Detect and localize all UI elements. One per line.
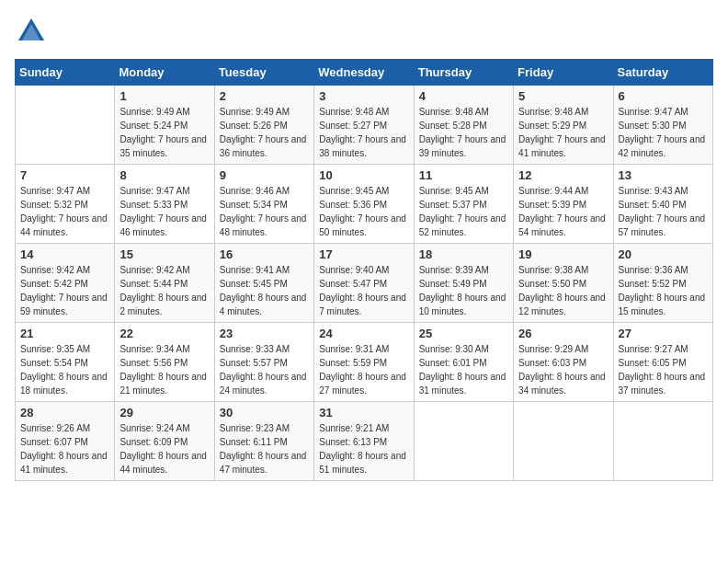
day-cell [613,402,712,481]
day-info: Sunrise: 9:34 AMSunset: 5:56 PMDaylight:… [119,342,209,397]
day-info: Sunrise: 9:45 AMSunset: 5:37 PMDaylight:… [419,184,508,239]
day-number: 28 [20,406,109,419]
day-info: Sunrise: 9:30 AMSunset: 6:01 PMDaylight:… [419,342,508,397]
day-cell: 6Sunrise: 9:47 AMSunset: 5:30 PMDaylight… [613,86,712,165]
page-header [15,15,713,48]
week-row-1: 1Sunrise: 9:49 AMSunset: 5:24 PMDaylight… [16,86,713,165]
day-info: Sunrise: 9:49 AMSunset: 5:24 PMDaylight:… [119,105,209,160]
day-cell: 21Sunrise: 9:35 AMSunset: 5:54 PMDayligh… [16,323,115,402]
day-cell: 15Sunrise: 9:42 AMSunset: 5:44 PMDayligh… [115,244,214,323]
day-info: Sunrise: 9:45 AMSunset: 5:36 PMDaylight:… [319,184,408,239]
day-cell: 11Sunrise: 9:45 AMSunset: 5:37 PMDayligh… [414,165,513,244]
day-info: Sunrise: 9:24 AMSunset: 6:09 PMDaylight:… [119,421,209,477]
week-row-5: 28Sunrise: 9:26 AMSunset: 6:07 PMDayligh… [16,402,713,481]
day-cell: 28Sunrise: 9:26 AMSunset: 6:07 PMDayligh… [16,402,115,481]
day-info: Sunrise: 9:49 AMSunset: 5:26 PMDaylight:… [220,105,309,160]
day-number: 2 [220,89,309,103]
week-row-4: 21Sunrise: 9:35 AMSunset: 5:54 PMDayligh… [16,323,713,402]
day-info: Sunrise: 9:48 AMSunset: 5:29 PMDaylight:… [518,105,608,160]
day-info: Sunrise: 9:27 AMSunset: 6:05 PMDaylight:… [619,342,708,397]
day-cell: 7Sunrise: 9:47 AMSunset: 5:32 PMDaylight… [16,165,115,244]
day-number: 25 [419,327,508,340]
day-number: 22 [119,327,209,340]
day-number: 29 [119,406,209,419]
column-header-sunday: Sunday [16,60,115,86]
day-cell: 26Sunrise: 9:29 AMSunset: 6:03 PMDayligh… [514,323,613,402]
day-number: 16 [220,247,309,261]
day-number: 6 [619,89,708,103]
day-number: 18 [419,247,508,261]
day-info: Sunrise: 9:44 AMSunset: 5:39 PMDaylight:… [518,184,608,239]
day-number: 4 [419,89,508,103]
day-number: 24 [319,327,408,340]
day-number: 15 [119,247,209,261]
day-info: Sunrise: 9:42 AMSunset: 5:42 PMDaylight:… [20,263,109,318]
day-cell: 23Sunrise: 9:33 AMSunset: 5:57 PMDayligh… [214,323,313,402]
day-number: 3 [319,89,408,103]
day-number: 20 [619,247,708,261]
day-cell: 4Sunrise: 9:48 AMSunset: 5:28 PMDaylight… [414,86,513,165]
day-info: Sunrise: 9:47 AMSunset: 5:32 PMDaylight:… [20,184,109,239]
day-cell: 8Sunrise: 9:47 AMSunset: 5:33 PMDaylight… [115,165,214,244]
day-cell: 18Sunrise: 9:39 AMSunset: 5:49 PMDayligh… [414,244,513,323]
day-number: 27 [619,327,708,340]
day-number: 30 [220,406,309,419]
day-number: 26 [518,327,608,340]
logo [15,15,53,48]
day-cell: 20Sunrise: 9:36 AMSunset: 5:52 PMDayligh… [613,244,712,323]
day-info: Sunrise: 9:43 AMSunset: 5:40 PMDaylight:… [619,184,708,239]
day-info: Sunrise: 9:41 AMSunset: 5:45 PMDaylight:… [220,263,309,318]
day-cell [514,402,613,481]
day-info: Sunrise: 9:29 AMSunset: 6:03 PMDaylight:… [518,342,608,397]
day-number: 21 [20,327,109,340]
day-info: Sunrise: 9:48 AMSunset: 5:27 PMDaylight:… [319,105,408,160]
day-cell: 22Sunrise: 9:34 AMSunset: 5:56 PMDayligh… [115,323,214,402]
day-cell: 19Sunrise: 9:38 AMSunset: 5:50 PMDayligh… [514,244,613,323]
day-cell: 30Sunrise: 9:23 AMSunset: 6:11 PMDayligh… [214,402,313,481]
day-number: 11 [419,168,508,182]
day-cell: 29Sunrise: 9:24 AMSunset: 6:09 PMDayligh… [115,402,214,481]
column-header-tuesday: Tuesday [214,60,313,86]
logo-icon [15,15,48,48]
day-number: 13 [619,168,708,182]
day-number: 1 [119,89,209,103]
day-info: Sunrise: 9:47 AMSunset: 5:33 PMDaylight:… [119,184,209,239]
column-header-friday: Friday [514,60,613,86]
column-header-wednesday: Wednesday [314,60,414,86]
day-info: Sunrise: 9:36 AMSunset: 5:52 PMDaylight:… [619,263,708,318]
day-info: Sunrise: 9:33 AMSunset: 5:57 PMDaylight:… [220,342,309,397]
day-cell: 14Sunrise: 9:42 AMSunset: 5:42 PMDayligh… [16,244,115,323]
day-info: Sunrise: 9:21 AMSunset: 6:13 PMDaylight:… [319,421,408,477]
day-number: 23 [220,327,309,340]
day-cell: 10Sunrise: 9:45 AMSunset: 5:36 PMDayligh… [314,165,414,244]
day-info: Sunrise: 9:26 AMSunset: 6:07 PMDaylight:… [20,421,109,477]
day-number: 19 [518,247,608,261]
day-info: Sunrise: 9:23 AMSunset: 6:11 PMDaylight:… [220,421,309,477]
day-number: 17 [319,247,408,261]
day-number: 12 [518,168,608,182]
day-cell: 12Sunrise: 9:44 AMSunset: 5:39 PMDayligh… [514,165,613,244]
day-cell: 31Sunrise: 9:21 AMSunset: 6:13 PMDayligh… [314,402,414,481]
day-info: Sunrise: 9:39 AMSunset: 5:49 PMDaylight:… [419,263,508,318]
day-info: Sunrise: 9:35 AMSunset: 5:54 PMDaylight:… [20,342,109,397]
week-row-2: 7Sunrise: 9:47 AMSunset: 5:32 PMDaylight… [16,165,713,244]
day-cell: 3Sunrise: 9:48 AMSunset: 5:27 PMDaylight… [314,86,414,165]
day-cell: 9Sunrise: 9:46 AMSunset: 5:34 PMDaylight… [214,165,313,244]
day-cell: 25Sunrise: 9:30 AMSunset: 6:01 PMDayligh… [414,323,513,402]
day-number: 7 [20,168,109,182]
day-number: 10 [319,168,408,182]
day-number: 9 [220,168,309,182]
day-cell [16,86,115,165]
column-header-thursday: Thursday [414,60,513,86]
header-row: SundayMondayTuesdayWednesdayThursdayFrid… [16,60,713,86]
day-cell: 13Sunrise: 9:43 AMSunset: 5:40 PMDayligh… [613,165,712,244]
day-number: 8 [119,168,209,182]
day-info: Sunrise: 9:48 AMSunset: 5:28 PMDaylight:… [419,105,508,160]
day-info: Sunrise: 9:31 AMSunset: 5:59 PMDaylight:… [319,342,408,397]
day-cell: 27Sunrise: 9:27 AMSunset: 6:05 PMDayligh… [613,323,712,402]
day-info: Sunrise: 9:47 AMSunset: 5:30 PMDaylight:… [619,105,708,160]
day-number: 31 [319,406,408,419]
day-info: Sunrise: 9:46 AMSunset: 5:34 PMDaylight:… [220,184,309,239]
day-cell: 17Sunrise: 9:40 AMSunset: 5:47 PMDayligh… [314,244,414,323]
day-number: 5 [518,89,608,103]
